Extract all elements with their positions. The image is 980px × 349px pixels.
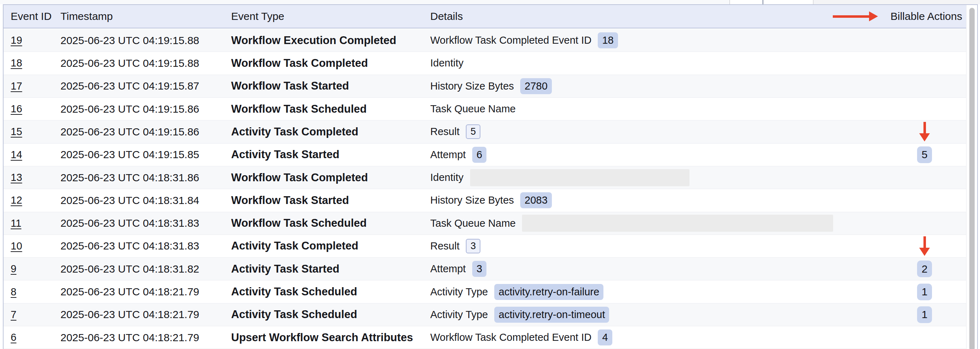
event-id-cell: 18 [11,52,22,74]
details-cell: History Size Bytes 2780 [430,75,552,97]
detail-value-badge: 2780 [520,78,552,94]
timestamp-cell: 2025-06-23 UTC 04:18:21.79 [60,326,199,349]
detail-value-badge: 3 [466,239,480,254]
detail-label: Identity [430,57,464,69]
event-id-cell: 13 [11,166,22,189]
event-id-link[interactable]: 14 [11,149,22,161]
event-type-cell: Activity Task Completed [231,121,358,143]
toolbar-strip-divider [762,0,764,4]
table-row[interactable]: 7 2025-06-23 UTC 04:18:21.79 Activity Ta… [3,303,966,326]
table-row[interactable]: 8 2025-06-23 UTC 04:18:21.79 Activity Ta… [3,281,966,303]
vertical-scrollbar-track[interactable] [966,5,977,349]
detail-value-badge: 3 [472,261,487,277]
billable-actions-cell: 5 [910,144,939,166]
event-id-link[interactable]: 18 [11,57,22,69]
table-row[interactable]: 14 2025-06-23 UTC 04:19:15.85 Activity T… [3,144,966,166]
event-type-cell: Workflow Execution Completed [231,29,396,52]
details-cell: Task Queue Name [430,98,515,120]
arrow-head [869,11,878,21]
detail-value-badge: 6 [472,147,487,163]
details-cell: Workflow Task Completed Event ID 4 [430,326,612,349]
table-row[interactable]: 19 2025-06-23 UTC 04:19:15.88 Workflow E… [3,29,966,52]
details-cell: Workflow Task Completed Event ID 18 [430,29,618,52]
detail-label: History Size Bytes [430,194,514,206]
table-row[interactable]: 10 2025-06-23 UTC 04:18:31.83 Activity T… [3,235,966,258]
column-header-event-id: Event ID [11,5,52,28]
arrow-shaft [923,122,926,133]
timestamp-cell: 2025-06-23 UTC 04:19:15.88 [60,29,199,52]
event-id-link[interactable]: 13 [11,172,22,183]
event-type-cell: Workflow Task Started [231,189,349,211]
detail-value-badge: 5 [466,124,480,139]
timestamp-cell: 2025-06-23 UTC 04:18:21.79 [60,281,199,303]
event-id-link[interactable]: 9 [11,263,16,275]
event-id-cell: 17 [11,75,22,97]
timestamp-cell: 2025-06-23 UTC 04:19:15.86 [60,121,199,143]
event-id-link[interactable]: 19 [11,35,22,46]
table-header-row: Event ID Timestamp Event Type Details Bi… [3,5,966,29]
detail-label: Activity Type [430,309,488,320]
timestamp-cell: 2025-06-23 UTC 04:19:15.86 [60,98,199,120]
table-row[interactable]: 6 2025-06-23 UTC 04:18:21.79 Upsert Work… [3,326,966,349]
event-id-link[interactable]: 15 [11,126,22,138]
column-header-details: Details [430,5,463,28]
event-id-link[interactable]: 8 [11,286,16,298]
detail-value-badge: 2083 [520,192,552,208]
detail-label: Workflow Task Completed Event ID [430,35,591,46]
table-row[interactable]: 9 2025-06-23 UTC 04:18:31.82 Activity Ta… [3,258,966,281]
details-cell: Attempt 6 [430,144,487,166]
billable-actions-cell [910,121,939,143]
billable-actions-cell [910,326,939,349]
details-cell: Attempt 3 [430,258,487,280]
billable-actions-cell [910,212,939,235]
details-cell: Activity Type activity.retry-on-failure [430,281,603,303]
redacted-value-block [470,169,689,186]
billable-actions-cell [910,166,939,189]
event-id-link[interactable]: 16 [11,103,22,115]
timestamp-cell: 2025-06-23 UTC 04:18:31.83 [60,235,199,257]
red-right-arrow-annotation [833,11,878,21]
event-id-link[interactable]: 11 [11,217,21,229]
toolbar-strip-segment [0,0,729,4]
vertical-scrollbar-thumb[interactable] [969,8,975,349]
timestamp-cell: 2025-06-23 UTC 04:19:15.85 [60,144,199,166]
table-row[interactable]: 13 2025-06-23 UTC 04:18:31.86 Workflow T… [3,166,966,189]
arrow-head [919,248,930,256]
event-id-link[interactable]: 10 [11,240,22,252]
billable-count-badge: 1 [917,284,932,300]
table-row[interactable]: 15 2025-06-23 UTC 04:19:15.86 Activity T… [3,121,966,143]
event-id-cell: 15 [11,121,22,143]
billable-actions-cell [910,98,939,120]
event-id-cell: 6 [11,326,16,349]
billable-actions-cell [910,52,939,74]
event-type-cell: Activity Task Started [231,144,339,166]
event-id-cell: 10 [11,235,22,257]
table-row[interactable]: 11 2025-06-23 UTC 04:18:31.83 Workflow T… [3,212,966,235]
details-cell: Task Queue Name [430,212,833,235]
redacted-value-block [522,215,833,232]
billable-actions-cell: 1 [910,303,939,326]
table-row[interactable]: 16 2025-06-23 UTC 04:19:15.86 Workflow T… [3,98,966,121]
arrow-shaft [833,15,869,18]
timestamp-cell: 2025-06-23 UTC 04:18:31.86 [60,166,199,189]
billable-actions-cell [910,189,939,211]
detail-label: Task Queue Name [430,103,515,115]
column-header-event-type: Event Type [231,5,285,28]
detail-label: Activity Type [430,286,488,298]
table-row[interactable]: 18 2025-06-23 UTC 04:19:15.88 Workflow T… [3,52,966,75]
table-row[interactable]: 17 2025-06-23 UTC 04:19:15.87 Workflow T… [3,75,966,98]
event-type-cell: Activity Task Scheduled [231,303,357,326]
event-id-link[interactable]: 6 [11,332,16,343]
event-id-link[interactable]: 7 [11,309,16,320]
arrow-head [919,133,930,141]
event-type-cell: Workflow Task Scheduled [231,212,367,235]
timestamp-cell: 2025-06-23 UTC 04:18:31.84 [60,189,199,211]
details-cell: Activity Type activity.retry-on-timeout [430,303,609,326]
cropped-toolbar-strip [0,0,980,4]
event-id-cell: 16 [11,98,22,120]
billable-actions-cell: 2 [910,258,939,280]
event-id-link[interactable]: 17 [11,80,22,92]
table-row[interactable]: 12 2025-06-23 UTC 04:18:31.84 Workflow T… [3,189,966,212]
details-cell: History Size Bytes 2083 [430,189,552,211]
event-id-link[interactable]: 12 [11,194,22,206]
